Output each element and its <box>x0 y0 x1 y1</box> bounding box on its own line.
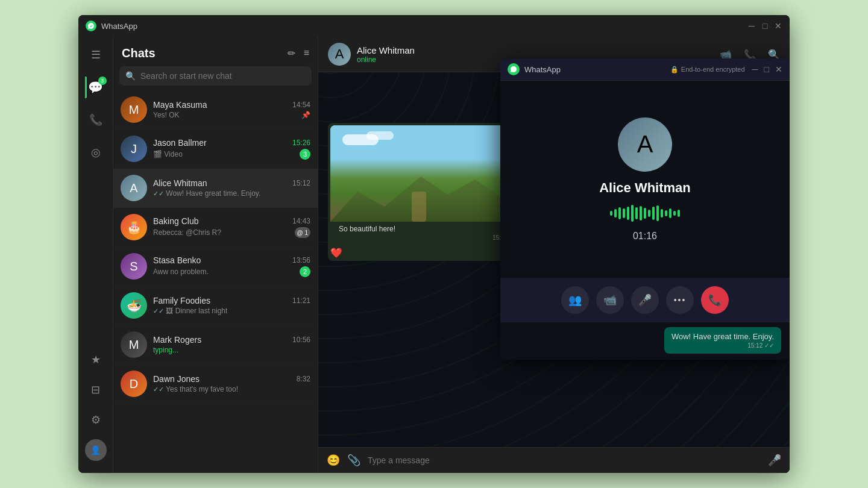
call-body: A Alice Whitman <box>500 81 790 278</box>
search-icon: 🔍 <box>125 71 136 81</box>
chat-preview-mark: typing... <box>153 346 178 354</box>
menu-icon[interactable]: ☰ <box>85 44 107 66</box>
call-message-time: 15:12 ✓✓ <box>671 342 774 349</box>
microphone-icon[interactable]: 🎤 <box>768 454 781 467</box>
archive-icon[interactable]: ⊟ <box>85 379 107 401</box>
calls-icon[interactable]: 📞 <box>85 109 107 131</box>
message-input[interactable] <box>368 455 761 465</box>
call-waveform <box>610 204 680 222</box>
chat-item-baking[interactable]: 🎂 Baking Club 14:43 Rebecca: @Chris R? @… <box>113 208 318 247</box>
chat-time-mark: 10:56 <box>292 336 310 344</box>
unread-badge-stasa: 2 <box>300 266 310 277</box>
chat-name-maya: Maya Kasuma <box>153 100 207 110</box>
chat-preview-jason: 🎬 Video <box>153 150 183 158</box>
sidebar-top-icons: ☰ 💬 3 📞 ◎ <box>85 44 107 349</box>
starred-icon[interactable]: ★ <box>85 349 107 371</box>
end-call-button[interactable]: 📞 <box>701 286 729 314</box>
header-icons: ✏ ≡ <box>288 48 309 59</box>
sidebar-bottom-icons: ★ ⊟ ⚙ 👤 <box>85 349 107 466</box>
avatar-stasa: S <box>121 253 147 280</box>
emoji-icon[interactable]: 😊 <box>327 454 340 467</box>
search-input[interactable] <box>140 71 306 81</box>
chat-item-mark[interactable]: M Mark Rogers 10:56 typing... <box>113 325 318 364</box>
mute-button[interactable]: 🎤 <box>631 286 659 314</box>
chat-item-alice[interactable]: A Alice Whitman 15:12 ✓✓ Wow! Have great… <box>113 169 318 208</box>
call-avatar: A <box>618 117 672 172</box>
call-window-controls: ─ □ ✕ <box>752 64 782 74</box>
chat-item-stasa[interactable]: S Stasa Benko 13:56 Aww no problem. 2 <box>113 247 318 286</box>
chat-list-panel: Chats ✏ ≡ 🔍 M Maya Kasuma 14:54 <box>113 37 318 473</box>
app-logo <box>86 20 96 31</box>
call-overlay: WhatsApp 🔒 End-to-end encrypted ─ □ ✕ A … <box>500 58 790 360</box>
minimize-button[interactable]: ─ <box>747 22 756 30</box>
chat-name-alice: Alice Whitman <box>153 178 207 188</box>
avatar-mark: M <box>121 331 147 358</box>
chat-preview-alice: ✓✓ Wow! Have great time. Enjoy. <box>153 189 260 198</box>
chat-preview-maya: Yes! OK <box>153 111 180 119</box>
chat-name-family: Family Foodies <box>153 296 210 305</box>
search-bar[interactable]: 🔍 <box>119 66 312 86</box>
app-title: WhatsApp <box>101 22 747 31</box>
chat-time-stasa: 13:56 <box>292 256 310 264</box>
video-toggle-button[interactable]: 📹 <box>596 286 624 314</box>
chats-badge: 3 <box>98 77 107 85</box>
call-outgoing-message: Wow! Have great time. Enjoy. 15:12 ✓✓ <box>664 327 781 354</box>
chat-header-name: Alice Whitman <box>357 45 714 55</box>
chat-preview-family: ✓✓ 🖼 Dinner last night <box>153 307 227 315</box>
call-maximize-btn[interactable]: □ <box>764 64 769 74</box>
call-app-title: WhatsApp <box>524 65 670 74</box>
new-chat-icon[interactable]: ✏ <box>288 48 295 59</box>
call-message-area: Wow! Have great time. Enjoy. 15:12 ✓✓ <box>500 322 790 360</box>
chat-header-avatar: A <box>328 43 351 66</box>
close-button[interactable]: ✕ <box>774 22 782 30</box>
maximize-button[interactable]: □ <box>761 22 769 30</box>
icon-sidebar: ☰ 💬 3 📞 ◎ ★ ⊟ ⚙ 👤 <box>78 37 113 473</box>
chat-item-maya[interactable]: M Maya Kasuma 14:54 Yes! OK 📌 <box>113 90 318 130</box>
pin-icon-maya: 📌 <box>301 111 310 119</box>
chat-preview-stasa: Aww no problem. <box>153 267 209 276</box>
main-chat: A Alice Whitman online 📹 📞 🔍 Here a OK! … <box>318 37 790 473</box>
call-close-btn[interactable]: ✕ <box>775 64 782 74</box>
avatar-jason: J <box>121 136 147 162</box>
call-logo <box>508 63 520 75</box>
add-participant-button[interactable]: 👥 <box>561 286 589 314</box>
chat-item-dawn[interactable]: D Dawn Jones 8:32 ✓✓ Yes that's my fave … <box>113 364 318 404</box>
chat-time-dawn: 8:32 <box>297 375 310 383</box>
call-timer: 01:16 <box>633 231 657 242</box>
chat-time-jason: 15:26 <box>292 139 310 147</box>
chat-name-stasa: Stasa Benko <box>153 255 201 265</box>
chat-input-area: 😊 📎 🎤 <box>318 447 790 473</box>
call-minimize-btn[interactable]: ─ <box>752 64 758 74</box>
chat-list: M Maya Kasuma 14:54 Yes! OK 📌 J <box>113 90 318 473</box>
chats-title: Chats <box>122 46 156 60</box>
message-image-container: So beautiful here! 15:06 ❤️ <box>328 123 514 261</box>
heart-reaction: ❤️ <box>330 247 511 258</box>
settings-icon[interactable]: ⚙ <box>85 409 107 431</box>
image-caption: So beautiful here! <box>334 222 400 236</box>
avatar-dawn: D <box>121 371 147 397</box>
chat-time-maya: 14:54 <box>292 101 310 109</box>
attach-icon[interactable]: 📎 <box>347 454 360 467</box>
chat-preview-baking: Rebecca: @Chris R? <box>153 228 221 237</box>
chat-time-baking: 14:43 <box>292 217 310 225</box>
app-window: WhatsApp ─ □ ✕ ☰ 💬 3 📞 ◎ ★ ⊟ ⚙ 👤 Chat <box>78 15 790 473</box>
avatar-maya: M <box>121 96 147 123</box>
status-icon[interactable]: ◎ <box>85 142 107 163</box>
filter-icon[interactable]: ≡ <box>304 48 309 59</box>
call-controls: 👥 📹 🎤 ••• 📞 <box>500 278 790 322</box>
unread-badge-jason: 3 <box>300 149 310 160</box>
call-titlebar: WhatsApp 🔒 End-to-end encrypted ─ □ ✕ <box>500 58 790 81</box>
chat-item-jason[interactable]: J Jason Ballmer 15:26 🎬 Video 3 <box>113 130 318 169</box>
call-encryption: 🔒 End-to-end encrypted <box>670 66 745 74</box>
window-controls: ─ □ ✕ <box>747 22 782 30</box>
chat-name-baking: Baking Club <box>153 216 199 226</box>
chat-name-jason: Jason Ballmer <box>153 138 207 148</box>
chat-item-family[interactable]: 🍜 Family Foodies 11:21 ✓✓ 🖼 Dinner last … <box>113 286 318 325</box>
profile-avatar[interactable]: 👤 <box>85 439 107 461</box>
avatar-baking: 🎂 <box>121 214 147 240</box>
chat-name-mark: Mark Rogers <box>153 335 201 345</box>
chats-icon[interactable]: 💬 3 <box>85 77 107 98</box>
more-options-button[interactable]: ••• <box>666 286 694 314</box>
chat-name-dawn: Dawn Jones <box>153 374 200 384</box>
call-contact-name: Alice Whitman <box>599 180 691 196</box>
